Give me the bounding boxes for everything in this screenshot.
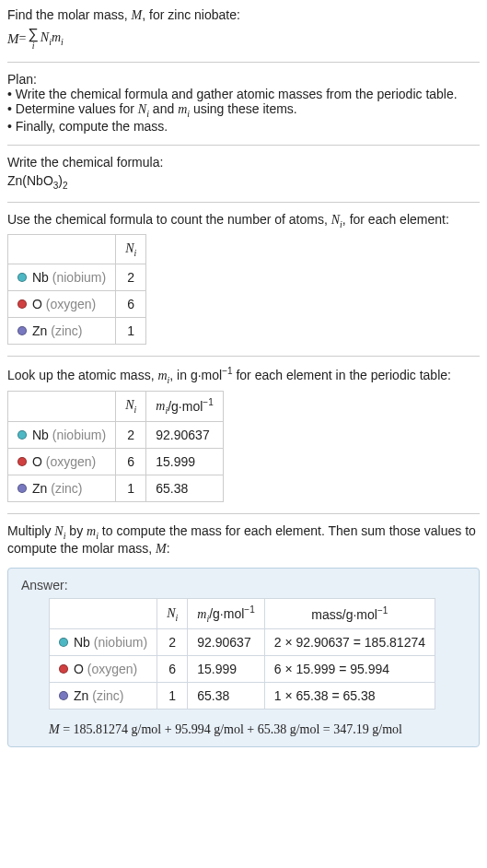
plan-bullet2: • Determine values for Ni and mi using t… — [7, 101, 480, 119]
table-row: Zn (zinc) 1 65.38 1 × 65.38 = 65.38 — [50, 683, 435, 710]
table-row: Ni mi/g·mol−1 mass/g·mol−1 — [50, 598, 435, 628]
m-cell: 92.90637 — [146, 422, 223, 449]
element-dot-icon — [17, 326, 27, 335]
step1-section: Write the chemical formula: Zn(NbO3)2 — [7, 155, 480, 191]
table-row: Ni — [8, 235, 146, 264]
divider — [7, 356, 480, 357]
element-cell: Nb (niobium) — [8, 264, 116, 291]
n-cell: 2 — [157, 629, 188, 656]
element-cell: O (oxygen) — [50, 656, 157, 683]
table-row: Nb (niobium) 2 — [8, 264, 146, 291]
element-cell: Zn (zinc) — [8, 318, 116, 345]
step4-title: Multiply Ni by mi to compute the mass fo… — [7, 523, 480, 557]
n-cell: 6 — [116, 291, 146, 318]
table-row: Zn (zinc) 1 65.38 — [8, 475, 224, 502]
step1-title: Write the chemical formula: — [7, 155, 480, 170]
m-cell: 15.999 — [146, 449, 223, 475]
mass-cell: 2 × 92.90637 = 185.81274 — [264, 629, 435, 656]
step3-table: Ni mi/g·mol−1 Nb (niobium) 2 92.90637 O … — [7, 391, 224, 502]
table-header-empty — [50, 598, 157, 628]
plan-bullet3: • Finally, compute the mass. — [7, 119, 480, 134]
table-row: Nb (niobium) 2 92.90637 2 × 92.90637 = 1… — [50, 629, 435, 656]
n-cell: 1 — [116, 475, 146, 502]
element-cell: O (oxygen) — [8, 291, 116, 318]
answer-table: Ni mi/g·mol−1 mass/g·mol−1 Nb (niobium) … — [49, 598, 435, 710]
step3-section: Look up the atomic mass, mi, in g·mol−1 … — [7, 366, 480, 502]
divider — [7, 513, 480, 514]
element-dot-icon — [17, 299, 27, 309]
element-cell: O (oxygen) — [8, 449, 116, 475]
element-dot-icon — [59, 638, 68, 647]
m-cell: 65.38 — [146, 475, 223, 502]
n-cell: 2 — [116, 422, 146, 449]
mass-cell: 1 × 65.38 = 65.38 — [264, 683, 435, 710]
table-row: Zn (zinc) 1 — [8, 318, 146, 345]
step4-section: Multiply Ni by mi to compute the mass fo… — [7, 523, 480, 557]
plan-bullet1: • Write the chemical formula and gather … — [7, 87, 480, 101]
table-header-n: Ni — [116, 391, 146, 421]
n-cell: 1 — [157, 683, 188, 710]
element-dot-icon — [17, 273, 27, 282]
header-section: Find the molar mass, M, for zinc niobate… — [7, 7, 480, 51]
mass-cell: 6 × 15.999 = 95.994 — [264, 656, 435, 683]
header-formula: M = ∑ i Nimi — [7, 27, 480, 51]
n-cell: 6 — [116, 449, 146, 475]
element-dot-icon — [59, 664, 68, 674]
element-dot-icon — [17, 430, 27, 440]
n-cell: 1 — [116, 318, 146, 345]
table-row: Ni mi/g·mol−1 — [8, 391, 224, 421]
table-row: O (oxygen) 6 15.999 6 × 15.999 = 95.994 — [50, 656, 435, 683]
plan-title: Plan: — [7, 72, 480, 87]
sigma-icon: ∑ i — [28, 27, 38, 51]
element-dot-icon — [59, 691, 68, 700]
element-cell: Nb (niobium) — [50, 629, 157, 656]
element-dot-icon — [17, 457, 27, 466]
table-row: Nb (niobium) 2 92.90637 — [8, 422, 224, 449]
table-header-empty — [8, 235, 116, 264]
table-header-n: Ni — [116, 235, 146, 264]
table-row: O (oxygen) 6 — [8, 291, 146, 318]
step2-table: Ni Nb (niobium) 2 O (oxygen) 6 Zn (zinc)… — [7, 234, 146, 345]
table-header-m: mi/g·mol−1 — [188, 598, 264, 628]
step2-section: Use the chemical formula to count the nu… — [7, 212, 480, 346]
m-cell: 92.90637 — [188, 629, 264, 656]
element-cell: Nb (niobium) — [8, 422, 116, 449]
n-cell: 6 — [157, 656, 188, 683]
divider — [7, 202, 480, 203]
plan-section: Plan: • Write the chemical formula and g… — [7, 72, 480, 134]
divider — [7, 62, 480, 63]
table-row: O (oxygen) 6 15.999 — [8, 449, 224, 475]
element-dot-icon — [17, 484, 27, 493]
element-cell: Zn (zinc) — [50, 683, 157, 710]
table-header-mass: mass/g·mol−1 — [264, 598, 435, 628]
m-cell: 15.999 — [188, 656, 264, 683]
answer-box: Answer: Ni mi/g·mol−1 mass/g·mol−1 Nb (n… — [7, 568, 480, 747]
table-header-empty — [8, 391, 116, 421]
divider — [7, 145, 480, 146]
table-header-n: Ni — [157, 598, 188, 628]
step3-title: Look up the atomic mass, mi, in g·mol−1 … — [7, 366, 480, 384]
table-header-m: mi/g·mol−1 — [146, 391, 223, 421]
m-cell: 65.38 — [188, 683, 264, 710]
step1-formula: Zn(NbO3)2 — [7, 173, 480, 191]
header-line1: Find the molar mass, M, for zinc niobate… — [7, 7, 480, 23]
answer-label: Answer: — [21, 578, 466, 592]
final-formula: M = 185.81274 g/mol + 95.994 g/mol + 65.… — [49, 722, 466, 737]
step2-title: Use the chemical formula to count the nu… — [7, 212, 480, 229]
element-cell: Zn (zinc) — [8, 475, 116, 502]
n-cell: 2 — [116, 264, 146, 291]
